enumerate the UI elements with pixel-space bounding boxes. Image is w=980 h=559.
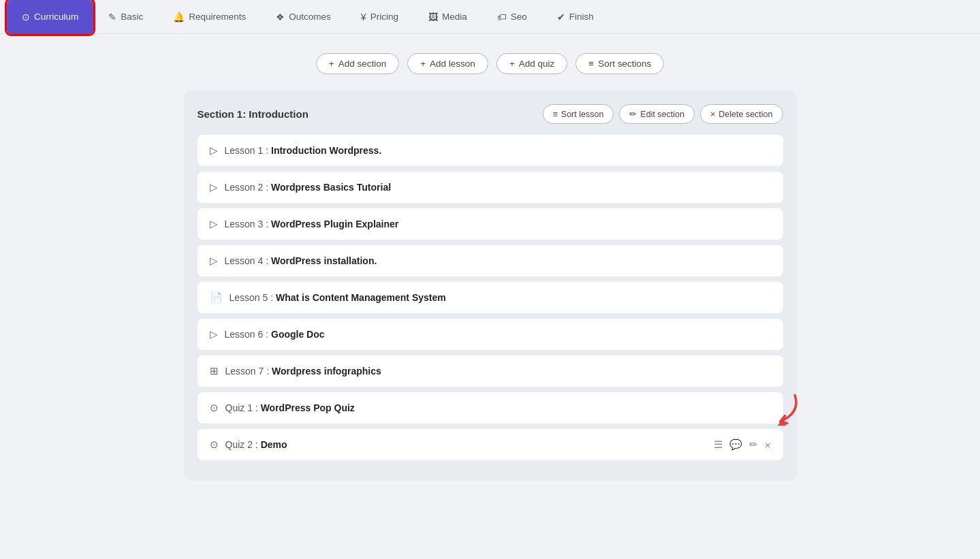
nav-label-requirements: Requirements — [189, 12, 246, 22]
quiz-icon: ⊙ — [210, 438, 219, 451]
video-icon: ▷ — [210, 181, 218, 193]
nav-item-basic[interactable]: ✎ Basic — [93, 0, 158, 34]
nav-label-pricing: Pricing — [370, 12, 398, 22]
lesson-label: Lesson 6 : Google Doc — [225, 329, 325, 340]
lesson-row: ▷ Lesson 4 : WordPress installation. — [197, 245, 783, 276]
edit-row-icon[interactable]: ✏ — [749, 438, 758, 451]
comment-icon[interactable]: 💬 — [729, 438, 742, 451]
quiz-row-2: ⊙ Quiz 2 : Demo ☰ 💬 ✏ × — [197, 429, 783, 460]
nav-label-seo: Seo — [511, 12, 527, 22]
lesson-row: 📄 Lesson 5 : What is Content Management … — [197, 282, 783, 313]
lesson-label: Lesson 3 : WordPress Plugin Explainer — [225, 219, 399, 229]
add-quiz-icon: + — [509, 59, 515, 69]
video-icon: ▷ — [210, 218, 218, 230]
sort-lesson-button[interactable]: ≡ Sort lesson — [543, 104, 614, 124]
lesson-label: Lesson 1 : Introduction Wordpress. — [225, 145, 382, 156]
nav-label-outcomes: Outcomes — [289, 12, 331, 22]
svg-marker-0 — [777, 419, 786, 426]
media-icon: 🖼 — [428, 12, 438, 22]
action-toolbar: + Add section + Add lesson + Add quiz ≡ … — [0, 34, 980, 91]
section-1-container: Section 1: Introduction ≡ Sort lesson ✏ … — [184, 91, 797, 481]
nav-label-basic: Basic — [121, 12, 143, 22]
nav-item-pricing[interactable]: ¥ Pricing — [346, 0, 413, 34]
sort-sections-button[interactable]: ≡ Sort sections — [575, 53, 664, 74]
lesson-left: 📄 Lesson 5 : What is Content Management … — [210, 291, 446, 304]
lesson-left: ▷ Lesson 2 : Wordpress Basics Tutorial — [210, 181, 392, 193]
basic-icon: ✎ — [108, 12, 116, 22]
sort-sections-icon: ≡ — [588, 59, 594, 69]
red-arrow-indicator — [763, 389, 804, 430]
seo-icon: 🏷 — [497, 12, 507, 22]
lesson-left: ⊞ Lesson 7 : Wordpress infographics — [210, 365, 381, 377]
section-header: Section 1: Introduction ≡ Sort lesson ✏ … — [197, 104, 783, 124]
delete-section-label: Delete section — [718, 110, 772, 119]
add-quiz-button[interactable]: + Add quiz — [496, 53, 567, 74]
section-title: Section 1: Introduction — [197, 108, 309, 120]
nav-item-finish[interactable]: ✔ Finish — [542, 0, 609, 34]
lesson-row: ▷ Lesson 2 : Wordpress Basics Tutorial — [197, 172, 783, 203]
add-quiz-label: Add quiz — [519, 59, 555, 69]
nav-item-outcomes[interactable]: ❖ Outcomes — [261, 0, 346, 34]
section-actions: ≡ Sort lesson ✏ Edit section × Delete se… — [543, 104, 783, 124]
lesson-row: ⊞ Lesson 7 : Wordpress infographics — [197, 355, 783, 387]
lesson-row: ▷ Lesson 3 : WordPress Plugin Explainer — [197, 208, 783, 240]
quiz-row: ⊙ Quiz 1 : WordPress Pop Quiz — [197, 392, 783, 424]
nav-item-media[interactable]: 🖼 Media — [413, 0, 482, 34]
nav-item-seo[interactable]: 🏷 Seo — [482, 0, 542, 34]
delete-section-button[interactable]: × Delete section — [700, 104, 783, 124]
add-section-icon: + — [329, 59, 334, 69]
pricing-icon: ¥ — [361, 12, 366, 22]
curriculum-icon: ⊙ — [22, 12, 30, 22]
lesson-label: Lesson 4 : WordPress installation. — [225, 255, 377, 266]
sort-sections-label: Sort sections — [598, 59, 651, 69]
section-prefix: Section 1: — [197, 108, 249, 120]
lesson-label: Lesson 5 : What is Content Management Sy… — [230, 292, 446, 303]
finish-icon: ✔ — [557, 12, 565, 22]
edit-section-button[interactable]: ✏ Edit section — [619, 104, 695, 124]
video-icon: ▷ — [210, 328, 218, 340]
delete-icon: × — [710, 110, 715, 119]
add-lesson-button[interactable]: + Add lesson — [407, 53, 488, 74]
lesson-label: Lesson 7 : Wordpress infographics — [225, 366, 381, 377]
video-icon: ▷ — [210, 255, 218, 267]
lesson-left: ⊙ Quiz 2 : Demo — [210, 438, 287, 451]
lesson-left: ▷ Lesson 6 : Google Doc — [210, 328, 325, 340]
outcomes-icon: ❖ — [276, 12, 285, 22]
lesson-left: ▷ Lesson 4 : WordPress installation. — [210, 255, 377, 267]
quiz-icon: ⊙ — [210, 402, 219, 414]
nav-label-media: Media — [442, 12, 467, 22]
list-icon[interactable]: ☰ — [714, 438, 723, 451]
nav-label-finish: Finish — [569, 12, 594, 22]
doc-icon: 📄 — [210, 291, 223, 304]
row-actions: ☰ 💬 ✏ × — [714, 438, 771, 451]
edit-section-label: Edit section — [640, 110, 684, 119]
add-section-label: Add section — [338, 59, 387, 69]
close-row-icon[interactable]: × — [765, 439, 771, 451]
requirements-icon: 🔔 — [173, 12, 185, 22]
lesson-row: ▷ Lesson 1 : Introduction Wordpress. — [197, 135, 783, 166]
lesson-left: ⊙ Quiz 1 : WordPress Pop Quiz — [210, 402, 355, 414]
nav-item-curriculum[interactable]: ⊙ Curriculum — [7, 0, 93, 34]
section-name: Introduction — [249, 108, 308, 120]
lesson-label: Quiz 2 : Demo — [225, 439, 287, 450]
edit-icon: ✏ — [629, 109, 637, 119]
lesson-left: ▷ Lesson 3 : WordPress Plugin Explainer — [210, 218, 399, 230]
image-icon: ⊞ — [210, 365, 219, 377]
add-lesson-label: Add lesson — [430, 59, 475, 69]
navigation-bar: ⊙ Curriculum ✎ Basic 🔔 Requirements ❖ Ou… — [0, 0, 980, 34]
lesson-left: ▷ Lesson 1 : Introduction Wordpress. — [210, 144, 382, 157]
nav-item-requirements[interactable]: 🔔 Requirements — [158, 0, 261, 34]
lesson-label: Quiz 1 : WordPress Pop Quiz — [225, 402, 355, 413]
sort-lesson-icon: ≡ — [553, 110, 558, 119]
lesson-row: ▷ Lesson 6 : Google Doc — [197, 319, 783, 350]
add-lesson-icon: + — [420, 59, 426, 69]
lesson-label: Lesson 2 : Wordpress Basics Tutorial — [225, 182, 392, 193]
video-icon: ▷ — [210, 144, 218, 157]
sort-lesson-label: Sort lesson — [561, 110, 604, 119]
add-section-button[interactable]: + Add section — [316, 53, 399, 74]
nav-label-curriculum: Curriculum — [34, 12, 78, 22]
